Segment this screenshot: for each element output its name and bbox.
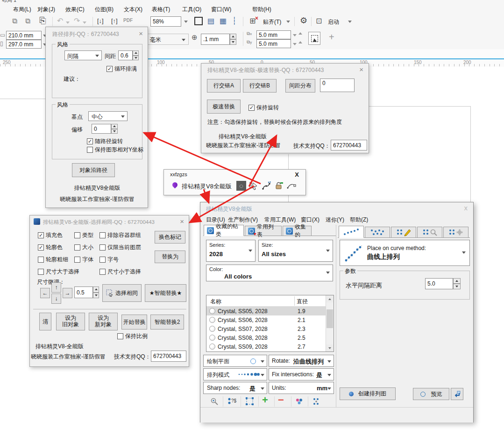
- nudge-step-spinner[interactable]: [93, 287, 99, 298]
- set-new-object-button[interactable]: 设为 新对象: [89, 313, 118, 330]
- sharp-nodes-combo[interactable]: Sharp nodes: 是: [203, 382, 267, 394]
- scroll-thumb[interactable]: [327, 309, 333, 328]
- tab-edit-arrange[interactable]: [391, 227, 416, 238]
- tab-scatter-arrange[interactable]: [365, 227, 390, 238]
- type-checkbox[interactable]: 类型: [74, 231, 93, 239]
- undo-dropdown-icon[interactable]: [66, 21, 70, 26]
- main-menu-help[interactable]: 帮助(Z): [350, 216, 368, 224]
- replace-to-button[interactable]: 替换为: [155, 251, 185, 263]
- size-checkbox[interactable]: 大小: [74, 244, 93, 251]
- duplicate-y-input[interactable]: 5.0 mm: [256, 39, 291, 48]
- tab-search-arrange[interactable]: [417, 227, 442, 238]
- menu-table[interactable]: 表格(T): [152, 6, 170, 14]
- duplicate-x-input[interactable]: 5.0 mm: [256, 30, 291, 39]
- nudge-down-button[interactable]: ↓: [51, 294, 61, 304]
- nudge-right-button[interactable]: →: [63, 288, 72, 298]
- nudge-spinner[interactable]: [230, 34, 236, 45]
- nudge-input[interactable]: .1 mm: [201, 34, 230, 45]
- quick-replace-button[interactable]: 极速替换: [207, 100, 241, 114]
- ruler-toggle-icon[interactable]: ▤: [207, 16, 214, 25]
- menu-object[interactable]: 对象(J): [37, 6, 55, 14]
- pick-replace-tool-icon[interactable]: [249, 181, 259, 191]
- nudge-left-button[interactable]: ←: [40, 288, 50, 298]
- replace-dialog-close-icon[interactable]: ×: [359, 66, 363, 73]
- font-size-checkbox[interactable]: 字号: [99, 256, 119, 264]
- smart-replace2-button[interactable]: 智能替换2: [150, 315, 184, 330]
- remove-drill-icon[interactable]: −: [278, 394, 284, 406]
- tab-favorite-drills[interactable]: 收藏的钻类: [204, 225, 244, 236]
- redo-icon[interactable]: ↷: [74, 16, 80, 25]
- refresh-swap-button[interactable]: [451, 388, 463, 400]
- menu-layout[interactable]: 布局(L): [13, 6, 31, 14]
- drill-row[interactable]: Crystal, SS09, 2028 2.7: [206, 342, 334, 351]
- rotate-combo[interactable]: Rotate: 沿曲线排列: [269, 355, 334, 367]
- launch-dropdown-icon[interactable]: [348, 21, 352, 25]
- zoom-level-input[interactable]: 58%: [150, 16, 181, 27]
- tab-curve-arrange[interactable]: [339, 226, 364, 238]
- clone-icon[interactable]: ⧉: [25, 17, 30, 25]
- dup-y-up-icon[interactable]: [298, 41, 302, 43]
- nudge-step-input[interactable]: 0.5: [74, 287, 93, 298]
- outline-width-checkbox[interactable]: 轮廓粗细: [38, 256, 68, 264]
- path-dialog-close-icon[interactable]: ×: [139, 30, 143, 37]
- drill-row[interactable]: Crystal, SS08, 2028 2.5: [206, 333, 334, 342]
- exclude-group-checkbox[interactable]: 排除容器群组: [99, 231, 141, 239]
- replace-qq-input[interactable]: 672700443: [331, 140, 367, 150]
- arrange-mode-combo[interactable]: 排列模式: [203, 368, 267, 380]
- page-width-input[interactable]: 210.0 mm: [6, 31, 42, 40]
- row-stagger-b-button[interactable]: 行交错B: [243, 79, 277, 93]
- keep-ratio-checkbox[interactable]: 保持比例: [117, 332, 148, 340]
- set-old-object-button[interactable]: 设为 旧对象: [56, 313, 85, 330]
- size-greater-checkbox[interactable]: 尺寸大于选择: [38, 268, 79, 276]
- tab-settings-arrange[interactable]: [443, 227, 469, 238]
- redo-dropdown-icon[interactable]: [83, 21, 86, 26]
- units-combo-main[interactable]: Units: mm: [269, 382, 334, 394]
- rotate-along-path-checkbox[interactable]: 随路径旋转: [87, 137, 123, 145]
- list-scrollbar[interactable]: [326, 295, 334, 351]
- spread-drills-icon[interactable]: [312, 397, 321, 406]
- select-same-button[interactable]: 选择相同: [102, 284, 142, 302]
- drill-row[interactable]: Crystal, SS07, 2028 2.3: [206, 324, 334, 333]
- drill-row[interactable]: Crystal, SS10, 2028 2.9: [206, 351, 334, 352]
- start-replace-button[interactable]: 开始替换: [121, 315, 147, 330]
- select-dialog-close-icon[interactable]: ×: [180, 218, 184, 225]
- fix-intersections-combo[interactable]: Fix intersections: 是: [269, 368, 334, 380]
- dup-x-caret-icon[interactable]: [293, 34, 297, 38]
- dup-x-up-icon[interactable]: [298, 32, 302, 35]
- grid-toggle-icon[interactable]: ▦: [220, 16, 227, 25]
- place-method-combo[interactable]: Place on curve method: 曲线上排列: [340, 240, 470, 266]
- object-along-path-button[interactable]: 对象沿路径: [72, 163, 115, 177]
- loop-fill-checkbox[interactable]: 循环排满: [106, 65, 137, 73]
- offset-input[interactable]: 0: [92, 124, 111, 134]
- current-layer-checkbox[interactable]: 仅限当前图层: [99, 244, 141, 251]
- gap-value-input[interactable]: 0: [320, 79, 355, 92]
- size-combo[interactable]: Size: All sizes: [258, 240, 333, 262]
- smart-replace-button[interactable]: ★智能替换★: [145, 284, 186, 302]
- pdf-icon[interactable]: PDF: [123, 18, 133, 23]
- import-icon[interactable]: [↓]: [97, 17, 104, 24]
- offset-spinner[interactable]: [111, 124, 118, 134]
- menu-text[interactable]: 文本(X): [124, 6, 142, 14]
- menu-tools[interactable]: 工具(O): [182, 6, 201, 14]
- copy-icon[interactable]: ⧉: [12, 17, 17, 25]
- keep-y-checkbox[interactable]: 保持图形相对Y坐标: [87, 146, 143, 154]
- series-combo[interactable]: Series: 2028: [206, 240, 256, 262]
- outline-color-checkbox[interactable]: 轮廓色: [38, 244, 63, 251]
- drill-row[interactable]: Crystal, SS06, 2028 2.1: [206, 315, 334, 324]
- recolor-mark-button[interactable]: 换色标记: [155, 231, 185, 244]
- menu-window[interactable]: 窗口(W): [211, 6, 231, 14]
- options-gear-icon[interactable]: ⚙: [300, 15, 307, 26]
- dup-y-caret-icon[interactable]: [293, 43, 297, 47]
- clear-button[interactable]: 清: [39, 313, 51, 330]
- snap-menu[interactable]: 贴齐(T): [263, 18, 281, 26]
- preview-button[interactable]: 预览: [413, 388, 449, 400]
- gap-distribute-button[interactable]: 间距分布: [285, 79, 315, 93]
- fill-color-checkbox[interactable]: 填充色: [38, 231, 63, 239]
- launch-menu[interactable]: 启动: [328, 18, 339, 26]
- main-menu-mini[interactable]: 迷你(Y): [326, 216, 344, 224]
- pen-curve-tool-icon[interactable]: [287, 181, 297, 191]
- crop-tool-icon[interactable]: [308, 32, 320, 45]
- nudge-up-button[interactable]: ↑: [51, 282, 61, 293]
- color-combo[interactable]: Color: All colors: [206, 265, 333, 281]
- hspace-input[interactable]: 5.0: [425, 278, 453, 289]
